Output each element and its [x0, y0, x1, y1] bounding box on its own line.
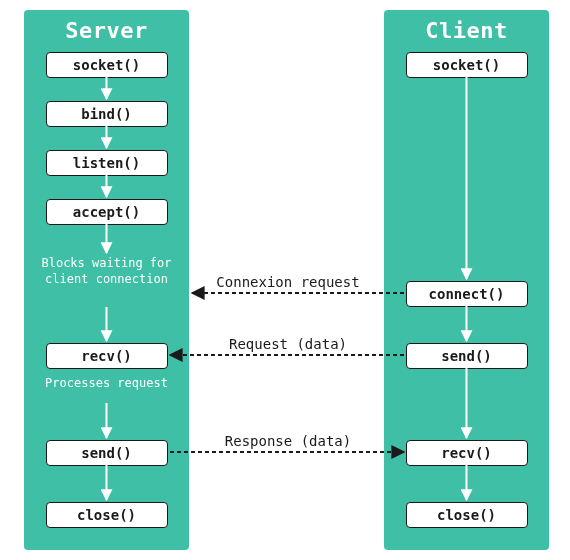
server-close-node: close() [46, 502, 168, 528]
client-connect-node: connect() [406, 281, 528, 307]
server-listen-node: listen() [46, 150, 168, 176]
label-response-data: Response (data) [225, 433, 351, 449]
client-close-node: close() [406, 502, 528, 528]
server-accept-node: accept() [46, 199, 168, 225]
server-recv-node: recv() [46, 343, 168, 369]
server-processes-note: Processes request [37, 375, 177, 391]
client-column: Client socket() connect() send() recv() … [384, 10, 549, 550]
server-title: Server [24, 10, 189, 43]
diagram-canvas: Server socket() bind() listen() accept()… [0, 0, 570, 560]
server-send-node: send() [46, 440, 168, 466]
client-title: Client [384, 10, 549, 43]
server-bind-node: bind() [46, 101, 168, 127]
server-column: Server socket() bind() listen() accept()… [24, 10, 189, 550]
client-recv-node: recv() [406, 440, 528, 466]
label-connexion-request: Connexion request [216, 274, 359, 290]
label-request-data: Request (data) [229, 336, 347, 352]
server-socket-node: socket() [46, 52, 168, 78]
client-send-node: send() [406, 343, 528, 369]
client-socket-node: socket() [406, 52, 528, 78]
server-blocks-note: Blocks waiting for client connection [37, 255, 177, 287]
